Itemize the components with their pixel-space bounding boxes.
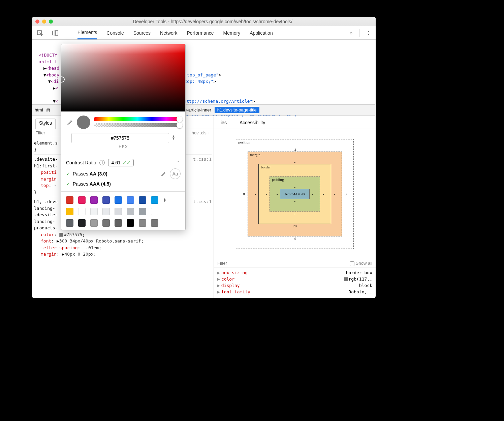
- tab-console[interactable]: Console: [106, 27, 124, 39]
- hov-toggle[interactable]: :hov: [190, 130, 199, 135]
- palette-swatch[interactable]: [127, 208, 134, 215]
- box-model: position -4 0 margin - - border -: [214, 129, 376, 259]
- traffic-lights: [35, 20, 53, 24]
- add-rule-icon[interactable]: +: [208, 130, 210, 135]
- palette-swatch[interactable]: [127, 196, 134, 204]
- palette-swatch[interactable]: [78, 219, 86, 227]
- palette-swatch[interactable]: [102, 196, 110, 204]
- box-model-content: 676.344 × 40: [280, 189, 310, 199]
- palette-swatch[interactable]: [139, 219, 146, 227]
- eyedropper-icon[interactable]: [66, 119, 73, 126]
- tab-sources[interactable]: Sources: [133, 27, 151, 39]
- info-icon[interactable]: i: [99, 160, 105, 165]
- palette-swatches: ▲▼: [61, 193, 185, 230]
- dom-doctype: <!DOCTY: [39, 53, 57, 58]
- source-link[interactable]: t.css:1: [193, 198, 212, 205]
- contrast-label: Contrast Ratio: [66, 160, 96, 165]
- tab-application[interactable]: Application: [250, 27, 273, 39]
- saturation-lightness-area[interactable]: [61, 44, 185, 111]
- checkmark-icon: ✓: [66, 171, 70, 176]
- computed-row[interactable]: ▶displayblock: [217, 282, 372, 289]
- color-swatch-icon: [344, 277, 348, 281]
- inspect-icon[interactable]: [37, 30, 43, 36]
- checkmark-icon: ✓: [66, 181, 70, 187]
- window-title: Developer Tools - https://developers.goo…: [53, 19, 372, 24]
- palette-swatch[interactable]: [139, 208, 146, 215]
- palette-swatch[interactable]: [78, 208, 86, 215]
- palette-swatch[interactable]: [151, 208, 158, 215]
- computed-filter-row: Show all: [214, 259, 376, 268]
- tab-performance[interactable]: Performance: [187, 27, 214, 39]
- slider-thumb[interactable]: [177, 116, 183, 122]
- palette-swatch[interactable]: [127, 219, 134, 227]
- minimize-icon[interactable]: [42, 20, 46, 24]
- dom-div[interactable]: <di: [51, 79, 59, 84]
- computed-row[interactable]: ▶colorrgb(117,…: [217, 276, 372, 282]
- text-sample-icon[interactable]: Aa: [170, 168, 181, 179]
- hue-slider[interactable]: [94, 117, 181, 121]
- contrast-ratio: 4.61✓✓: [108, 159, 133, 166]
- computed-filter-input[interactable]: [217, 261, 251, 266]
- dom-html: <html l: [39, 59, 57, 64]
- tabs-overflow: » ⋮: [350, 29, 371, 37]
- computed-row[interactable]: ▶box-sizingborder-box: [217, 269, 372, 276]
- chevron-double-right-icon[interactable]: »: [350, 30, 352, 36]
- show-all-checkbox[interactable]: [350, 261, 354, 266]
- palette-swatch[interactable]: [115, 219, 122, 227]
- titlebar: Developer Tools - https://developers.goo…: [32, 17, 376, 26]
- slider-thumb[interactable]: [177, 122, 183, 128]
- separator: [68, 29, 68, 37]
- palette-swatch[interactable]: [115, 196, 122, 204]
- right-pane: ies Accessibility position -4 0 margin -…: [214, 117, 376, 298]
- palette-pager[interactable]: ▲▼: [163, 198, 181, 202]
- source-link[interactable]: t.css:1: [193, 156, 212, 163]
- palette-swatch[interactable]: [151, 196, 158, 204]
- main-tabs: Elements Console Sources Network Perform…: [32, 26, 376, 40]
- palette-swatch[interactable]: [66, 208, 73, 215]
- tab-network[interactable]: Network: [160, 27, 177, 39]
- kebab-icon[interactable]: ⋮: [366, 30, 371, 36]
- cls-toggle[interactable]: .cls: [200, 130, 207, 135]
- dom-head[interactable]: <head: [46, 66, 59, 71]
- subtab-properties[interactable]: ies: [217, 119, 230, 127]
- subtab-styles[interactable]: Styles: [35, 119, 56, 129]
- crumb-html[interactable]: html: [35, 107, 43, 112]
- hex-input[interactable]: [71, 133, 169, 143]
- crumb-active[interactable]: h1.devsite-page-title: [215, 107, 259, 113]
- subtab-accessibility[interactable]: Accessibility: [236, 119, 269, 127]
- tab-memory[interactable]: Memory: [223, 27, 241, 39]
- tab-elements[interactable]: Elements: [77, 26, 97, 39]
- alpha-slider[interactable]: [94, 123, 181, 127]
- selector[interactable]: .devsite-: [34, 157, 58, 162]
- palette-swatch[interactable]: [66, 219, 73, 227]
- chevron-up-icon[interactable]: ⌃: [177, 160, 181, 165]
- palette-swatch[interactable]: [151, 219, 158, 227]
- color-picker: ▲▼ HEX Contrast Ratio i 4.61✓✓ ⌃ ✓ Passe…: [61, 44, 186, 230]
- computed-row[interactable]: ▶font-familyRoboto, …: [217, 289, 372, 295]
- palette-swatch[interactable]: [90, 196, 98, 204]
- close-icon[interactable]: [35, 20, 39, 24]
- palette-swatch[interactable]: [102, 219, 110, 227]
- palette-swatch[interactable]: [66, 196, 73, 204]
- rule-element-style[interactable]: element.s: [34, 140, 58, 145]
- separator: [359, 29, 359, 37]
- computed-list: ▶box-sizingborder-box ▶colorrgb(117,… ▶d…: [214, 268, 376, 296]
- format-spinner[interactable]: ▲▼: [172, 135, 176, 140]
- current-color-icon: [77, 116, 90, 129]
- palette-swatch[interactable]: [90, 219, 98, 227]
- palette-swatch[interactable]: [78, 196, 86, 204]
- contrast-section: Contrast Ratio i 4.61✓✓ ⌃ ✓ Passes AA (3…: [61, 156, 185, 190]
- devtools-window: Developer Tools - https://developers.goo…: [32, 17, 376, 298]
- device-icon[interactable]: [52, 30, 58, 36]
- eyedropper-icon[interactable]: [160, 170, 166, 177]
- show-all-label: Show all: [356, 261, 372, 266]
- crumb-id[interactable]: #t: [46, 107, 50, 112]
- palette-swatch[interactable]: [115, 208, 122, 215]
- palette-swatch[interactable]: [139, 196, 146, 204]
- palette-swatch[interactable]: [90, 208, 98, 215]
- color-swatch-icon[interactable]: [59, 233, 63, 237]
- checkmark-icon: ✓✓: [123, 160, 131, 165]
- zoom-icon[interactable]: [49, 20, 53, 24]
- dom-body[interactable]: <body: [46, 72, 59, 77]
- palette-swatch[interactable]: [102, 208, 110, 215]
